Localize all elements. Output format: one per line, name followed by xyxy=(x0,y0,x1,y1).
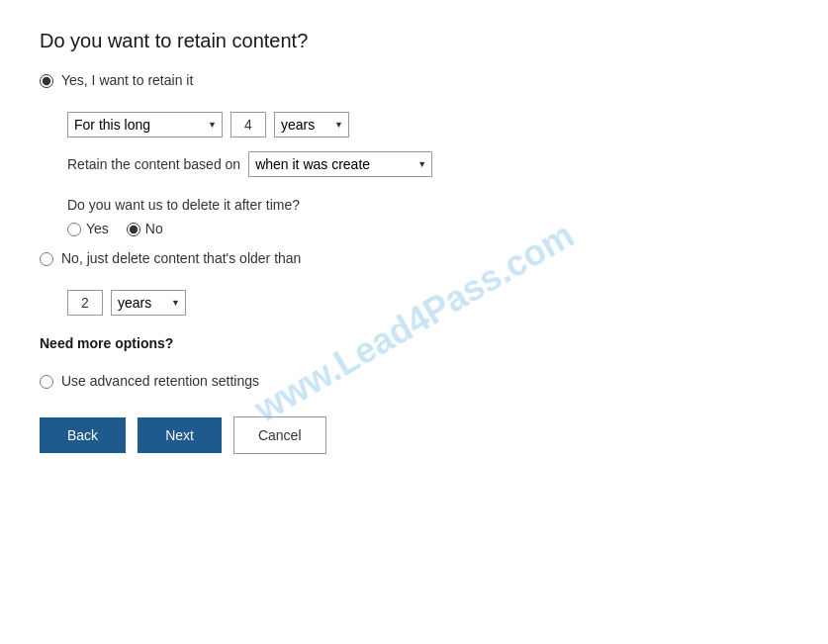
radio-advanced-label: Use advanced retention settings xyxy=(61,373,259,389)
radio-option-delete-yes: Yes xyxy=(67,221,109,236)
next-button[interactable]: Next xyxy=(138,417,222,453)
main-radio-group: Yes, I want to retain it For this long F… xyxy=(40,72,788,389)
radio-delete-yes[interactable] xyxy=(67,223,81,236)
page-title: Do you want to retain content? xyxy=(40,30,788,52)
radio-delete-no-label: No xyxy=(145,221,163,236)
duration-row: For this long From a specific date 4 day… xyxy=(67,112,788,138)
back-button[interactable]: Back xyxy=(40,417,126,453)
delete-after-section: Do you want us to delete it after time? … xyxy=(67,191,788,236)
radio-option-advanced: Use advanced retention settings xyxy=(40,373,788,389)
cancel-button[interactable]: Cancel xyxy=(233,416,326,454)
duration-type-select[interactable]: For this long From a specific date xyxy=(67,112,223,138)
older-than-unit-wrapper[interactable]: days months years xyxy=(111,290,186,316)
unit-select[interactable]: days months years xyxy=(274,112,349,138)
no-delete-options: 2 days months years xyxy=(67,290,788,316)
unit-dropdown-wrapper[interactable]: days months years xyxy=(274,112,349,138)
older-than-row: 2 days months years xyxy=(67,290,788,316)
yes-retain-options: For this long From a specific date 4 day… xyxy=(67,112,788,236)
older-than-value-box[interactable]: 2 xyxy=(67,290,103,316)
radio-option-no-delete: No, just delete content that's older tha… xyxy=(40,250,788,266)
radio-yes-retain-label: Yes, I want to retain it xyxy=(61,72,193,88)
button-row: Back Next Cancel xyxy=(40,416,788,454)
radio-option-yes-retain: Yes, I want to retain it xyxy=(40,72,788,88)
older-than-unit-select[interactable]: days months years xyxy=(111,290,186,316)
based-on-row: Retain the content based on when it was … xyxy=(67,151,788,177)
radio-delete-yes-label: Yes xyxy=(86,221,109,236)
radio-advanced[interactable] xyxy=(40,375,53,389)
duration-value-box[interactable]: 4 xyxy=(230,112,266,138)
radio-yes-retain[interactable] xyxy=(40,74,53,88)
need-more-label: Need more options? xyxy=(40,335,788,351)
based-on-dropdown-wrapper[interactable]: when it was create when it was last modi… xyxy=(248,151,432,177)
based-on-select[interactable]: when it was create when it was last modi… xyxy=(248,151,432,177)
based-on-prefix-label: Retain the content based on xyxy=(67,156,240,172)
radio-no-delete-label: No, just delete content that's older tha… xyxy=(61,250,301,266)
radio-no-delete[interactable] xyxy=(40,252,53,266)
duration-dropdown-wrapper[interactable]: For this long From a specific date xyxy=(67,112,223,138)
delete-after-radio-row: Yes No xyxy=(67,221,788,236)
delete-after-question: Do you want us to delete it after time? xyxy=(67,197,788,213)
radio-delete-no[interactable] xyxy=(127,223,140,236)
radio-option-delete-no: No xyxy=(127,221,163,236)
